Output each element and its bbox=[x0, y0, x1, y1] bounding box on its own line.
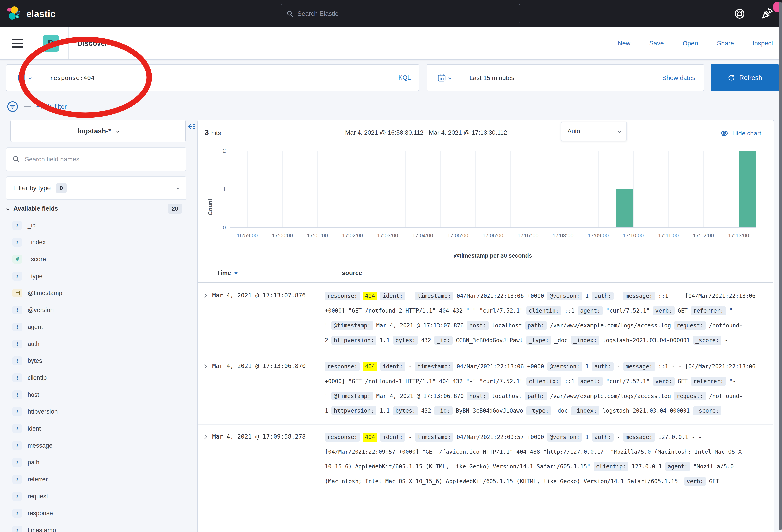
interval-select[interactable]: Auto bbox=[561, 121, 627, 141]
field-name: @version bbox=[28, 306, 54, 314]
available-fields-header[interactable]: Available fields 20 bbox=[7, 204, 186, 214]
expand-doc-toggle[interactable] bbox=[198, 289, 212, 348]
add-filter-link[interactable]: + Add filter bbox=[36, 103, 67, 110]
field-item-host[interactable]: thost bbox=[0, 386, 198, 403]
field-item-_id[interactable]: t_id bbox=[0, 217, 198, 234]
query-text[interactable]: response:404 bbox=[50, 74, 95, 81]
x-tick-label: 17:13:00 bbox=[728, 232, 749, 239]
field-item-timestamp[interactable]: ttimestamp bbox=[0, 522, 198, 532]
chevron-down-icon bbox=[29, 76, 32, 79]
field-item-_index[interactable]: t_index bbox=[0, 234, 198, 251]
doc-source: response:404ident:-timestamp:04/Mar/2021… bbox=[325, 359, 773, 418]
doc-time: Mar 4, 2021 @ 17:13:07.876 bbox=[212, 289, 325, 348]
fields-sidebar: logstash-* Filter by type 0 Available fi… bbox=[0, 118, 198, 532]
field-value: - bbox=[617, 363, 620, 370]
field-item-message[interactable]: tmessage bbox=[0, 437, 198, 454]
x-tick-label: 17:12:00 bbox=[693, 232, 714, 239]
collapse-sidebar-icon[interactable] bbox=[187, 121, 197, 131]
refresh-button[interactable]: Refresh bbox=[711, 64, 779, 91]
field-item-ident[interactable]: tident bbox=[0, 420, 198, 437]
field-item-request[interactable]: trequest bbox=[0, 488, 198, 505]
filter-icon[interactable] bbox=[7, 101, 19, 112]
field-badge: auth: bbox=[592, 362, 613, 371]
global-search[interactable] bbox=[281, 4, 520, 23]
field-item-@version[interactable]: t@version bbox=[0, 301, 198, 318]
field-badge: verb: bbox=[653, 377, 674, 386]
expand-doc-toggle[interactable] bbox=[198, 430, 212, 489]
expand-doc-toggle[interactable] bbox=[198, 359, 212, 418]
page-scrollbar[interactable] bbox=[779, 2, 782, 530]
field-name: message bbox=[28, 442, 52, 449]
nav-action-open[interactable]: Open bbox=[682, 40, 698, 47]
text-field-icon: t bbox=[12, 475, 22, 484]
field-item-bytes[interactable]: tbytes bbox=[0, 352, 198, 369]
field-item-httpversion[interactable]: thttpversion bbox=[0, 403, 198, 420]
field-item-referrer[interactable]: treferrer bbox=[0, 471, 198, 488]
hits-summary: 3 hits bbox=[205, 128, 221, 137]
elastic-brand[interactable]: elastic bbox=[7, 6, 56, 21]
nav-action-save[interactable]: Save bbox=[649, 40, 664, 47]
field-item-path[interactable]: tpath bbox=[0, 454, 198, 471]
query-input[interactable]: response:404 KQL bbox=[6, 64, 419, 91]
field-value: 04/Mar/2021:22:09:57 +0000 bbox=[457, 434, 544, 440]
field-item-auth[interactable]: tauth bbox=[0, 335, 198, 352]
field-name: _index bbox=[28, 239, 46, 246]
text-field-icon: t bbox=[12, 221, 22, 230]
field-item-clientip[interactable]: tclientip bbox=[0, 369, 198, 386]
doc-rows: Mar 4, 2021 @ 17:13:07.876response:404id… bbox=[198, 283, 773, 532]
discover-app-badge[interactable]: D bbox=[43, 35, 60, 52]
nav-action-inspect[interactable]: Inspect bbox=[753, 40, 773, 47]
field-name: host bbox=[28, 391, 39, 398]
source-column-header: _source bbox=[339, 269, 362, 276]
calendar-icon bbox=[437, 73, 446, 82]
field-value: GET bbox=[678, 378, 688, 385]
time-column-header[interactable]: Time bbox=[217, 269, 238, 276]
x-axis: 16:59:0017:00:0017:01:0017:02:0017:03:00… bbox=[230, 232, 756, 241]
field-badge: message: bbox=[623, 362, 655, 371]
x-tick-label: 17:00:00 bbox=[272, 232, 293, 239]
calendar-menu[interactable] bbox=[427, 65, 461, 91]
nav-action-new[interactable]: New bbox=[618, 40, 631, 47]
filter-by-type[interactable]: Filter by type 0 bbox=[6, 176, 186, 200]
field-item-response[interactable]: tresponse bbox=[0, 505, 198, 522]
field-item-@timestamp[interactable]: @timestamp bbox=[0, 284, 198, 301]
x-tick-label: 17:09:00 bbox=[588, 232, 608, 239]
global-search-input[interactable] bbox=[297, 10, 497, 17]
field-badge: request: bbox=[674, 391, 706, 401]
nav-action-share[interactable]: Share bbox=[717, 40, 734, 47]
field-item-_score[interactable]: #_score bbox=[0, 251, 198, 268]
show-dates-link[interactable]: Show dates bbox=[662, 74, 696, 81]
menu-icon[interactable] bbox=[11, 39, 23, 48]
hide-chart-link[interactable]: Hide chart bbox=[720, 129, 761, 138]
time-range-display: Mar 4, 2021 @ 16:58:30.112 - Mar 4, 2021… bbox=[293, 129, 559, 136]
field-value: localhost bbox=[492, 393, 522, 399]
help-icon[interactable] bbox=[734, 8, 745, 20]
field-value: /var/www/example.com/logs/access.log bbox=[550, 393, 671, 399]
field-value: /var/www/example.com/logs/access.log bbox=[550, 322, 671, 329]
field-search[interactable] bbox=[6, 147, 186, 171]
field-value: logstash-2021.03.04-000001 bbox=[603, 337, 690, 343]
field-badge: message: bbox=[623, 432, 655, 442]
field-value: 1 bbox=[585, 293, 589, 299]
field-badge: _type: bbox=[526, 406, 551, 415]
newsfeed-icon[interactable] bbox=[761, 7, 774, 20]
field-name: clientip bbox=[28, 374, 47, 381]
index-pattern-select[interactable]: logstash-* bbox=[10, 120, 186, 142]
query-strip: response:404 KQL Last 15 minutes Show da… bbox=[0, 60, 782, 96]
text-field-icon: t bbox=[12, 356, 22, 365]
kql-toggle[interactable]: KQL bbox=[390, 65, 419, 91]
field-search-input[interactable] bbox=[25, 156, 176, 163]
field-item-agent[interactable]: tagent bbox=[0, 318, 198, 335]
field-item-_type[interactable]: t_type bbox=[0, 268, 198, 284]
text-field-icon: t bbox=[12, 373, 22, 382]
field-badge: timestamp: bbox=[415, 292, 453, 301]
field-badge: verb: bbox=[653, 306, 674, 315]
histogram-bar[interactable] bbox=[739, 151, 756, 227]
chevron-right-icon bbox=[203, 364, 207, 369]
field-badge: referrer: bbox=[691, 306, 726, 315]
saved-query-menu[interactable] bbox=[6, 65, 42, 91]
field-value: 04/Mar/2021:22:13:06 +0000 bbox=[457, 363, 544, 370]
time-range-value[interactable]: Last 15 minutes bbox=[469, 74, 514, 81]
histogram-bar[interactable] bbox=[616, 189, 633, 227]
nav-actions: NewSaveOpenShareInspect bbox=[618, 40, 773, 47]
